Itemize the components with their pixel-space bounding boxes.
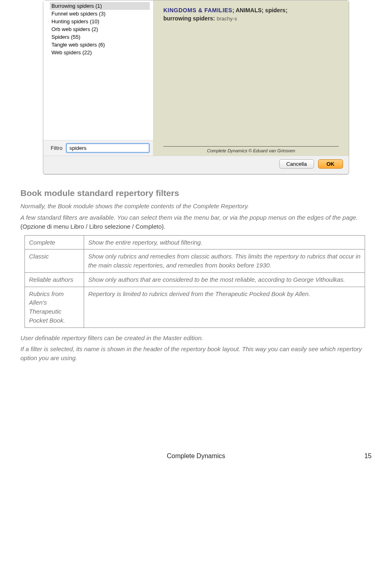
list-item[interactable]: Web spiders (22) <box>51 49 150 56</box>
paragraph: Normally, the Book module shows the comp… <box>20 202 372 211</box>
list-item[interactable]: Spiders (55) <box>51 33 150 41</box>
paragraph: A few standard filters are available. Yo… <box>20 213 372 231</box>
filter-name: Reliable authors <box>25 272 84 287</box>
footer-title: Complete Dynamics <box>167 452 225 459</box>
dialog-button-bar: Cancella OK <box>43 156 349 173</box>
ok-button[interactable]: OK <box>318 159 343 169</box>
table-row: Reliable authors Show only authors that … <box>25 272 365 287</box>
paragraph: If a filter is selected, its name is sho… <box>20 345 372 363</box>
copyright-text: Complete Dynamics © Eduard van Grinsven <box>163 148 339 153</box>
filter-name: Rubrics from Allen's Therapeutic Pocket … <box>25 287 84 327</box>
filter-label: Filtro <box>51 145 62 151</box>
filter-dialog: Burrowing spiders (1) Funnel web spiders… <box>43 0 349 175</box>
filter-desc: Repertory is limited to rubrics derived … <box>84 287 365 327</box>
filter-row: Filtro <box>43 140 153 156</box>
filter-options-table: Complete Show the entire repertory, with… <box>24 235 365 328</box>
spider-list[interactable]: Burrowing spiders (1) Funnel web spiders… <box>43 0 153 140</box>
cancel-button[interactable]: Cancella <box>279 159 314 169</box>
menu-path: (Opzione di menu Libro / Libro selezione… <box>20 223 165 230</box>
filter-name: Complete <box>25 235 84 249</box>
list-item[interactable]: Hunting spiders (10) <box>51 18 150 25</box>
table-row: Rubrics from Allen's Therapeutic Pocket … <box>25 287 365 327</box>
animals-label: ANIMALS <box>236 7 262 13</box>
table-row: Complete Show the entire repertory, with… <box>25 235 365 249</box>
filter-desc: Show only authors that are considered to… <box>84 272 365 287</box>
list-item[interactable]: Funnel web spiders (3) <box>51 10 150 18</box>
remedy-label: brachy-s <box>217 16 237 22</box>
section-heading: Book module standard repertory filters <box>20 187 372 199</box>
list-item[interactable]: Orb web spiders (2) <box>51 25 150 33</box>
divider <box>163 146 339 147</box>
list-item[interactable]: Burrowing spiders (1) <box>50 2 150 10</box>
filter-desc: Show the entire repertory, without filte… <box>84 235 365 249</box>
page-footer: Complete Dynamics 15 <box>20 452 372 460</box>
page-number: 15 <box>364 452 372 460</box>
filter-name: Classic <box>25 249 84 273</box>
rubric-heading: KINGDOMS & FAMILIES; ANIMALS; spiders; b… <box>163 6 339 23</box>
filter-desc: Show only rubrics and remedies from clas… <box>84 249 365 273</box>
dialog-right-pane: KINGDOMS & FAMILIES; ANIMALS; spiders; b… <box>154 0 349 156</box>
table-row: Classic Show only rubrics and remedies f… <box>25 249 365 273</box>
spiders-label: spiders <box>265 7 285 13</box>
paragraph: User definable repertory filters can be … <box>20 334 372 343</box>
list-item[interactable]: Tangle web spiders (6) <box>51 41 150 49</box>
dialog-left-pane: Burrowing spiders (1) Funnel web spiders… <box>43 0 154 156</box>
kingdoms-families-label: KINGDOMS & FAMILIES <box>163 7 232 13</box>
burrowing-spiders-label: burrowing spiders: <box>163 15 215 22</box>
filter-input[interactable] <box>66 143 150 153</box>
article-body: Book module standard repertory filters N… <box>20 187 372 363</box>
